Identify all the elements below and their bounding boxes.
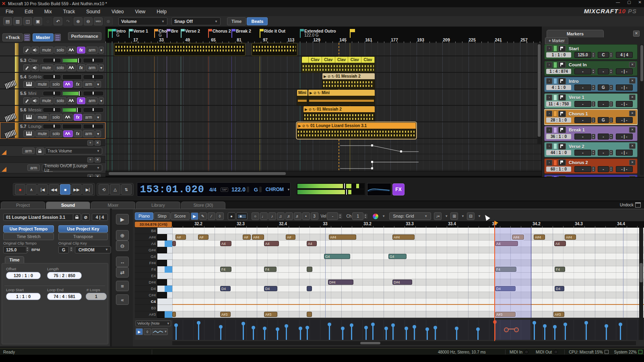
volume-slider[interactable] xyxy=(43,124,61,129)
velocity-lane[interactable] xyxy=(172,320,644,340)
menu-file[interactable]: File xyxy=(0,8,19,16)
automation-button[interactable] xyxy=(63,81,73,88)
duration-1-button[interactable]: ♩ xyxy=(260,212,268,220)
vel-value-field[interactable]: - xyxy=(327,212,338,220)
automation-button[interactable] xyxy=(67,64,76,71)
mute-clip-icon[interactable]: ⊘ xyxy=(82,214,90,221)
piano-key-E4[interactable]: E4 xyxy=(135,273,172,279)
midi-note-F4[interactable]: F4 xyxy=(264,267,277,272)
marker-name[interactable]: Count In xyxy=(569,62,587,67)
master-menu-icon[interactable] xyxy=(54,34,61,41)
fx-button[interactable]: fx xyxy=(74,114,82,121)
midi-note-As4[interactable]: A#4 xyxy=(329,234,356,240)
marker-expand-icon[interactable]: › xyxy=(546,45,552,51)
midi-note-D4[interactable] xyxy=(307,286,312,291)
duration-0-button[interactable]: ○ xyxy=(252,212,259,220)
piano-key-F4[interactable]: F4 xyxy=(135,266,172,273)
keyboard-icon[interactable] xyxy=(23,130,35,137)
volume-slider[interactable] xyxy=(43,91,61,96)
marker-time-field[interactable]: 44 : 1 : 0 xyxy=(546,150,571,155)
midi-note-As[interactable]: A# xyxy=(198,234,208,240)
timeline-h-scrollbar[interactable] xyxy=(105,171,541,176)
marker-delete-icon[interactable]: ✕ xyxy=(629,78,636,84)
marker-tempo-field[interactable]: - xyxy=(574,134,591,140)
grid-settings-icon[interactable]: ⊟ xyxy=(467,212,475,220)
record-button[interactable]: ● xyxy=(15,184,25,195)
marker-name[interactable]: Chorus 2 xyxy=(569,160,588,165)
mute-button[interactable]: mute xyxy=(40,64,54,71)
editor-tab-score[interactable]: Score xyxy=(171,212,190,220)
velocity-stem[interactable] xyxy=(554,328,555,340)
dotted-note-button[interactable]: • xyxy=(302,212,310,220)
marker-row-chorus-1[interactable]: ›Chorus 1✕28 : 1 : 0-G- | - xyxy=(544,109,638,125)
time-mode-button[interactable]: Time xyxy=(227,17,246,25)
marker-time-field[interactable]: 4 : 1 : 0 xyxy=(546,85,571,90)
velocity-stem[interactable] xyxy=(220,328,221,340)
menu-video[interactable]: Video xyxy=(106,8,129,16)
midi-note-As[interactable]: A# xyxy=(175,234,186,240)
color-wheel-icon[interactable] xyxy=(372,213,379,220)
marker-sig-field[interactable]: - | - xyxy=(616,84,633,90)
punch-in-out-button[interactable]: ⇅ xyxy=(121,184,132,195)
midi-note-D4[interactable]: D4 xyxy=(220,286,231,291)
velocity-stem[interactable] xyxy=(414,328,415,340)
marker-sig-field[interactable]: - | - xyxy=(616,150,633,156)
marker-row-intro[interactable]: ›Intro✕4 : 1 : 0-G- | - xyxy=(544,77,638,92)
velocity-stem[interactable] xyxy=(456,329,457,340)
open-project-icon[interactable]: ▥ xyxy=(13,17,22,25)
marker-key-field[interactable]: - xyxy=(598,166,609,172)
automation-lane-header[interactable]: armTremolo On/Off [Lounge Liz...▼ xyxy=(0,162,105,173)
lock-icon[interactable] xyxy=(73,214,81,221)
menu-help[interactable]: Help xyxy=(151,8,172,16)
marker-time-field[interactable]: 36 : 1 : 0 xyxy=(546,134,571,139)
marker-sig-field[interactable]: - | - xyxy=(616,134,633,140)
arm-button[interactable]: arm xyxy=(83,114,95,121)
h-zoom-sel-button[interactable]: ⇄ xyxy=(116,267,129,278)
arm-button[interactable]: arm xyxy=(86,64,98,71)
track-expand-icon[interactable]: ▾ xyxy=(95,130,101,137)
length-field[interactable]: 75 : 2 : 850 xyxy=(47,272,82,279)
midi-note-G4[interactable]: G4 xyxy=(388,254,407,259)
mute-button[interactable]: mute xyxy=(35,114,49,121)
fx-button[interactable]: fx xyxy=(77,64,85,71)
midi-note-D4[interactable]: D4 xyxy=(264,286,277,291)
midi-note-A4[interactable]: A4 xyxy=(220,241,231,246)
velocity-stem[interactable] xyxy=(351,326,352,340)
piano-key-Fs4[interactable]: F#4 xyxy=(135,260,172,266)
loop-end-field[interactable]: 74 : 4 : 581 xyxy=(47,293,82,300)
track-row-5.7[interactable]: 5.7Lounge Lizard...mutesolofxarm▾ xyxy=(0,122,105,139)
lock-icon[interactable] xyxy=(36,148,44,155)
add-lane-button[interactable]: + xyxy=(87,140,93,146)
velocity-stem[interactable] xyxy=(286,327,287,340)
keyboard-icon[interactable] xyxy=(23,81,35,88)
midi-note-A4[interactable] xyxy=(172,241,176,246)
automation-param-dropdown[interactable]: Tremolo On/Off [Lounge Liz...▼ xyxy=(42,165,102,171)
velocity-stem[interactable] xyxy=(406,329,407,340)
zoom-out-button[interactable]: ⊖ xyxy=(116,241,129,251)
flag-icon[interactable] xyxy=(558,94,566,101)
flag-icon[interactable] xyxy=(558,45,566,52)
velocity-stem[interactable] xyxy=(243,325,244,340)
marker-delete-icon[interactable]: ✕ xyxy=(629,95,636,100)
close-button[interactable]: ✕ xyxy=(638,0,642,4)
selection-region[interactable] xyxy=(494,228,531,318)
marker-name[interactable]: Start xyxy=(569,46,579,51)
velocity-stem[interactable] xyxy=(198,324,199,340)
time-tab[interactable]: Time xyxy=(5,256,24,263)
collapse-panel-button[interactable]: « xyxy=(116,294,129,305)
marker-sig-field[interactable]: 4 | 4 xyxy=(616,52,633,58)
project-key[interactable]: G xyxy=(254,187,258,193)
menu-track[interactable]: Track xyxy=(58,8,81,16)
velocity-eraser-tool[interactable]: ◊ xyxy=(144,328,151,335)
add-marker-button[interactable]: + Marker xyxy=(545,37,568,44)
erase-tool[interactable]: ◊ xyxy=(216,212,224,220)
piano-key-A4[interactable]: A4 xyxy=(135,241,172,247)
velocity-type-dropdown[interactable]: Velocity (Note▼ xyxy=(136,321,171,326)
minimize-button[interactable]: — xyxy=(616,0,620,4)
piano-key-Ds4[interactable]: D#4 xyxy=(135,279,172,286)
track-row-5.3[interactable]: 5.3Clavmutesolofxarm▾ xyxy=(0,56,105,73)
midi-note-As4[interactable]: A#4 xyxy=(252,234,264,240)
fast-forward-button[interactable]: ▶▶ xyxy=(71,184,82,195)
zoom-in-icon[interactable]: ⊕ xyxy=(74,17,83,25)
marker-expand-icon[interactable]: › xyxy=(546,95,552,101)
